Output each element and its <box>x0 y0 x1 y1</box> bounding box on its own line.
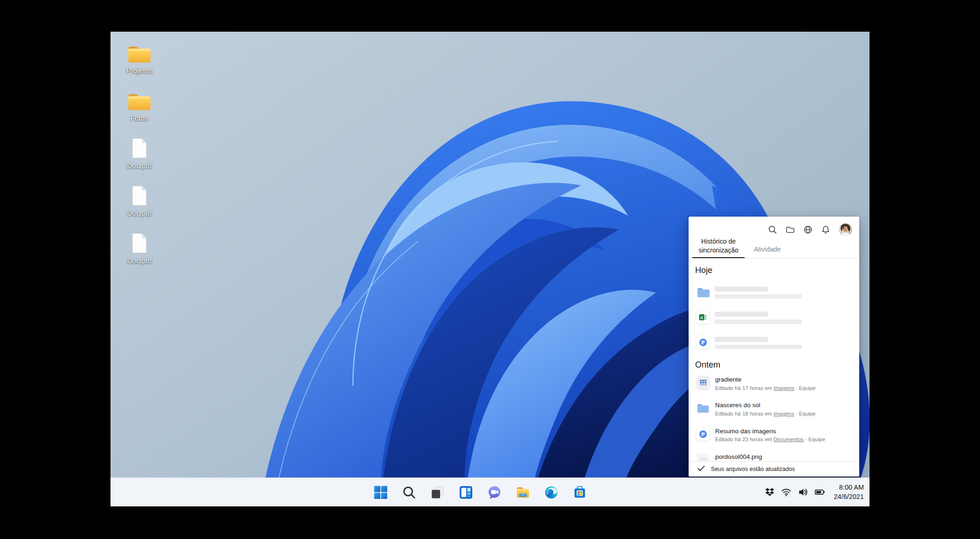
desktop-icon-docpdf-2[interactable]: Doc.pdf <box>115 179 164 226</box>
document-icon <box>131 228 148 254</box>
desktop-icon-grid: Projetos Fotos Doc.pdf <box>115 36 164 274</box>
dropbox-body: Hoje X <box>689 258 859 461</box>
dropbox-tray-icon[interactable] <box>764 487 775 498</box>
blue-folder-icon <box>697 402 710 415</box>
edge-button[interactable] <box>541 482 562 503</box>
battery-icon[interactable] <box>814 487 825 498</box>
folder-icon <box>127 85 152 112</box>
clock-time: 8:00 AM <box>834 483 864 492</box>
sync-status-text: Seus arquivos estão atualizados <box>711 466 795 472</box>
svg-text:X: X <box>700 315 704 320</box>
paper-doc-icon <box>697 428 710 441</box>
file-meta: Editado há 23 horas em Documentos · Equi… <box>715 437 825 443</box>
file-name[interactable]: Resumo das imagens <box>715 428 825 435</box>
clock-date: 24/6/2021 <box>834 492 864 501</box>
blue-folder-icon <box>697 286 710 299</box>
skeleton-bar <box>715 337 768 342</box>
file-meta: Editado há 17 horas em Imagens · Equipe <box>715 385 815 392</box>
volume-icon[interactable] <box>798 487 808 498</box>
wifi-icon[interactable] <box>781 487 792 498</box>
bell-icon[interactable] <box>821 225 830 234</box>
globe-icon[interactable] <box>803 225 813 234</box>
desktop-icon-fotos[interactable]: Fotos <box>115 84 164 131</box>
search-button[interactable] <box>399 482 420 503</box>
skeleton-bar <box>715 287 768 292</box>
skeleton-bar <box>715 312 768 317</box>
sync-status-bar: Seus arquivos estão atualizados <box>689 461 859 477</box>
sync-item-loading: X <box>697 311 859 324</box>
folder-icon[interactable] <box>786 225 795 234</box>
skeleton-bar <box>715 320 802 324</box>
sync-item-loading <box>697 336 859 349</box>
search-icon[interactable] <box>768 225 777 234</box>
task-view-button[interactable] <box>428 482 448 503</box>
avatar[interactable] <box>839 223 852 236</box>
document-icon <box>131 180 148 207</box>
desktop: Projetos Fotos Doc.pdf <box>110 32 870 506</box>
desktop-icon-projetos[interactable]: Projetos <box>115 36 164 84</box>
grid-thumbnail-icon <box>697 376 710 389</box>
taskbar-center-group <box>371 478 590 506</box>
section-title-yesterday: Ontem <box>695 360 859 370</box>
tab-sync-history[interactable]: Histórico de sincronização <box>692 237 745 258</box>
sync-item-loading <box>697 286 859 299</box>
docs-file-icon <box>697 336 710 349</box>
excel-file-icon: X <box>697 311 710 324</box>
dropbox-header: Histórico de sincronização Atividade <box>689 217 859 259</box>
folder-icon <box>127 38 152 64</box>
taskbar: 8:00 AM 24/6/2021 <box>110 478 870 506</box>
file-explorer-button[interactable] <box>513 482 533 503</box>
folder-link[interactable]: Imagens <box>773 385 794 391</box>
file-name[interactable]: gradiente <box>715 376 815 383</box>
sync-item[interactable]: gradiente Editado há 17 horas em Imagens… <box>697 376 859 391</box>
desktop-icon-label: Projetos <box>126 67 153 75</box>
folder-link[interactable]: Documentos <box>773 437 804 442</box>
desktop-icon-docpdf-1[interactable]: Doc.pdf <box>115 131 164 179</box>
desktop-icon-label: Doc.pdf <box>127 257 152 265</box>
desktop-icon-label: Fotos <box>131 114 149 122</box>
file-name[interactable]: Nasceres do sol <box>715 402 815 409</box>
section-title-today: Hoje <box>695 266 859 275</box>
widgets-button[interactable] <box>456 482 476 503</box>
desktop-icon-docpdf-3[interactable]: Doc.pdf <box>115 226 164 274</box>
dropbox-toolbar <box>768 223 852 236</box>
document-icon <box>131 133 148 159</box>
file-name[interactable]: pordosol004.png <box>715 453 815 461</box>
image-file-icon <box>697 453 710 461</box>
sync-item[interactable]: Nasceres do sol Editado há 18 horas em I… <box>697 402 859 417</box>
file-meta: Editado há 18 horas em Imagens · Equipe <box>715 411 815 417</box>
system-tray: 8:00 AM 24/6/2021 <box>764 478 864 506</box>
folder-link[interactable]: Imagens <box>773 411 794 416</box>
desktop-icon-label: Doc.pdf <box>127 209 152 217</box>
sync-item[interactable]: pordosol004.png Editado há 24 horas em I… <box>697 453 859 461</box>
clock[interactable]: 8:00 AM 24/6/2021 <box>834 483 864 501</box>
skeleton-bar <box>715 294 802 299</box>
sync-item[interactable]: Resumo das imagens Editado há 23 horas e… <box>697 428 859 443</box>
dropbox-flyout: Histórico de sincronização Atividade Hoj… <box>689 217 859 477</box>
tab-activity[interactable]: Atividade <box>754 246 781 253</box>
desktop-icon-label: Doc.pdf <box>127 162 152 170</box>
start-button[interactable] <box>371 482 391 503</box>
skeleton-bar <box>715 345 802 349</box>
chat-button[interactable] <box>484 482 505 503</box>
check-icon <box>697 465 705 473</box>
store-button[interactable] <box>570 482 590 503</box>
